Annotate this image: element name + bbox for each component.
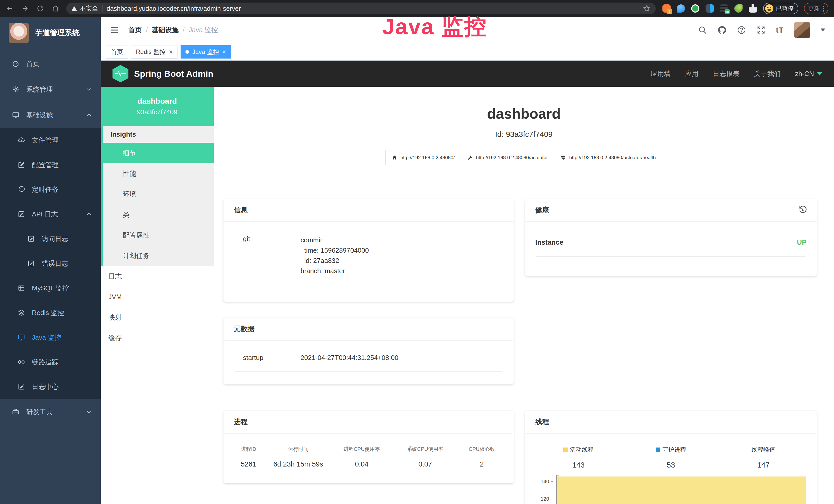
table-grid-icon xyxy=(18,284,25,292)
sidebar-item-log-center[interactable]: 日志中心 xyxy=(0,374,101,399)
sba-menu-environment[interactable]: 环境 xyxy=(103,184,214,204)
help-icon[interactable] xyxy=(737,25,746,35)
sidebar-item-infra[interactable]: 基础设施 xyxy=(0,102,101,128)
section-insights[interactable]: Insights xyxy=(103,126,214,143)
info-card: 信息 git commit: time: 1596289704000 id: 2… xyxy=(223,199,514,302)
sba-nav-about[interactable]: 关于我们 xyxy=(754,69,781,78)
ext-puzzle-icon[interactable] xyxy=(749,4,757,13)
info-key: git xyxy=(234,235,301,276)
ext-badge-count: 1 xyxy=(667,9,672,14)
sba-instance-header[interactable]: dashboard 93a3fc7f7409 xyxy=(101,87,214,126)
url-text[interactable]: dashboard.yudao.iocoder.cn/infra/admin-s… xyxy=(107,5,241,12)
not-secure-warning-icon xyxy=(71,6,77,11)
chrome-update-button[interactable]: 更新 xyxy=(804,3,828,14)
sidebar-item-label: API 日志 xyxy=(32,210,86,219)
sidebar-item-api-log[interactable]: API 日志 xyxy=(0,202,101,226)
hamburger-icon[interactable] xyxy=(109,25,120,35)
sba-menu-config-props[interactable]: 配置属性 xyxy=(103,225,214,246)
home-icon[interactable] xyxy=(52,5,60,12)
history-icon[interactable] xyxy=(798,205,808,215)
search-icon[interactable] xyxy=(698,25,707,35)
chevron-down-icon xyxy=(86,409,92,415)
security-label[interactable]: 不安全 xyxy=(80,4,98,13)
chart-y-axis: 140 120 100 xyxy=(532,475,557,504)
sba-menu-caches[interactable]: 缓存 xyxy=(101,328,214,348)
metadata-card: 元数据 startup 2021-04-27T00:44:31.254+08:0… xyxy=(223,318,514,384)
sidebar-item-config-manage[interactable]: 配置管理 xyxy=(0,153,101,177)
chevron-down-icon xyxy=(86,86,92,92)
sidebar-item-access-log[interactable]: 访问日志 xyxy=(0,226,101,251)
sba-menu-logs[interactable]: 日志 xyxy=(101,266,214,287)
breadcrumb-infra[interactable]: 基础设施 xyxy=(152,25,178,35)
ext-lines-icon[interactable]: on xyxy=(720,4,728,13)
tags-view-bar: 首页 Redis 监控 × Java 监控 × xyxy=(101,43,834,61)
back-icon[interactable] xyxy=(6,5,13,12)
breadcrumb: 首页 / 基础设施 / Java 监控 xyxy=(128,25,218,35)
actuator-url-button[interactable]: http://192.168.0.2:48080/actuator xyxy=(461,150,554,165)
eye-icon xyxy=(18,358,25,366)
breadcrumb-home[interactable]: 首页 xyxy=(128,25,142,35)
sidebar-item-label: MySQL 监控 xyxy=(32,284,92,293)
ext-pin-icon[interactable] xyxy=(677,4,685,13)
sba-menu-scheduled-tasks[interactable]: 计划任务 xyxy=(103,246,214,266)
column-header: CPU核心数 xyxy=(456,446,507,453)
sidebar-item-scheduled-jobs[interactable]: 定时任务 xyxy=(0,177,101,202)
tab-home[interactable]: 首页 xyxy=(106,45,128,59)
status-badge: UP xyxy=(797,238,807,247)
tab-java-monitor[interactable]: Java 监控 × xyxy=(180,45,231,59)
chart-plot-area xyxy=(557,475,806,504)
sba-menu-jvm[interactable]: JVM xyxy=(101,287,214,307)
app-logo xyxy=(9,23,29,43)
app-logo-row[interactable]: 芋道管理系统 xyxy=(0,17,101,49)
health-card-title: 健康 xyxy=(535,205,549,215)
sba-locale-select[interactable]: zh-CN xyxy=(795,70,822,78)
forward-icon[interactable] xyxy=(21,5,29,12)
sidebar-item-tracing[interactable]: 链路追踪 xyxy=(0,350,101,374)
sba-nav-wallboard[interactable]: 应用墙 xyxy=(651,69,671,78)
health-url-button[interactable]: http://192.168.0.2:48080/actuator/health xyxy=(554,150,662,165)
sidebar-item-mysql-monitor[interactable]: MySQL 监控 xyxy=(0,276,101,300)
page-title: dashboard xyxy=(214,105,834,122)
address-bar[interactable]: 不安全 dashboard.yudao.iocoder.cn/infra/adm… xyxy=(66,3,656,15)
browser-menu-icon[interactable] xyxy=(823,6,824,12)
sba-menu-details[interactable]: 细节 xyxy=(103,143,214,163)
sidebar-item-java-monitor[interactable]: Java 监控 xyxy=(0,325,101,350)
actuator-url: http://192.168.0.2:48080/actuator xyxy=(476,155,548,160)
gear-icon xyxy=(12,86,20,93)
font-size-icon[interactable]: tT xyxy=(776,26,784,35)
github-icon[interactable] xyxy=(717,25,727,35)
sba-menu-metrics[interactable]: 性能 xyxy=(103,163,214,184)
sba-nav-applications[interactable]: 应用 xyxy=(685,69,698,78)
sidebar-item-redis-monitor[interactable]: Redis 监控 xyxy=(0,300,101,325)
legend-live-threads: 活动线程 xyxy=(532,446,625,454)
ext-on-badge: on xyxy=(725,9,730,14)
user-avatar[interactable] xyxy=(794,22,810,38)
sba-menu-mappings[interactable]: 映射 xyxy=(101,307,214,328)
tab-redis-monitor[interactable]: Redis 监控 × xyxy=(131,45,177,59)
edit-square-icon xyxy=(18,161,25,169)
close-icon[interactable]: × xyxy=(169,48,173,55)
sba-nav-journal[interactable]: 日志报表 xyxy=(713,69,740,78)
ext-green-circle-icon[interactable] xyxy=(691,4,699,13)
sba-brand-title[interactable]: Spring Boot Admin xyxy=(134,69,213,79)
sba-menu-classes[interactable]: 类 xyxy=(103,204,214,225)
sidebar-item-system[interactable]: 系统管理 xyxy=(0,76,101,102)
service-url: http://192.168.0.2:48080/ xyxy=(400,155,455,160)
ext-grid-icon[interactable] xyxy=(706,4,714,13)
ext-orange-icon[interactable]: 1 xyxy=(662,4,671,13)
spring-boot-admin-logo[interactable] xyxy=(112,65,128,83)
info-card-title: 信息 xyxy=(223,199,514,222)
fullscreen-icon[interactable] xyxy=(756,25,766,35)
sidebar-item-error-log[interactable]: 错误日志 xyxy=(0,251,101,276)
service-url-button[interactable]: http://192.168.0.2:48080/ xyxy=(385,150,461,165)
sidebar-item-label: Redis 监控 xyxy=(32,308,92,317)
bookmark-star-icon[interactable] xyxy=(643,5,651,12)
sidebar-item-file-manage[interactable]: 文件管理 xyxy=(0,128,101,153)
ext-leaf-icon[interactable] xyxy=(734,4,743,13)
sidebar-item-home[interactable]: 首页 xyxy=(0,51,101,76)
profile-paused-chip[interactable]: 已暂停 xyxy=(763,3,798,14)
reload-icon[interactable] xyxy=(37,5,44,12)
avatar-caret-icon[interactable] xyxy=(821,28,825,31)
sidebar-item-dev-tools[interactable]: 研发工具 xyxy=(0,399,101,425)
close-icon[interactable]: × xyxy=(222,48,226,55)
